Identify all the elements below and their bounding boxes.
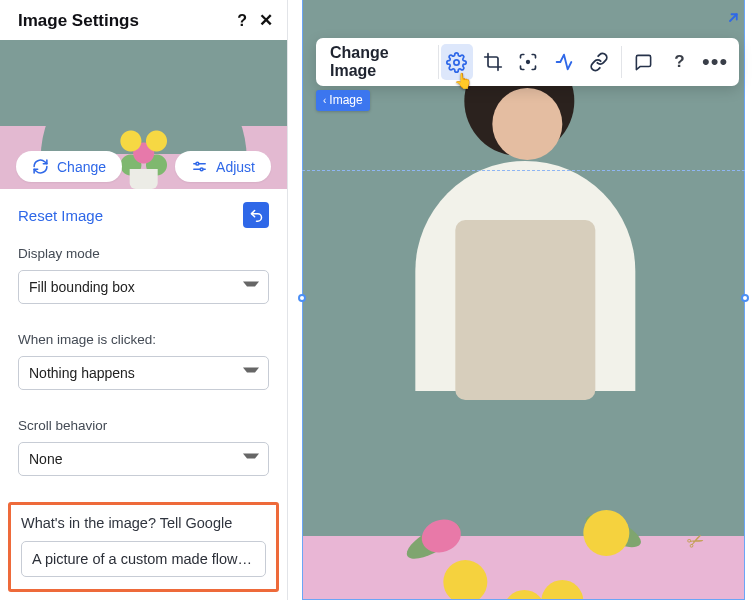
editor-canvas: ✂ Change Image ? ••• [288,0,755,600]
image-toolbar: Change Image ? ••• [316,38,739,86]
header-buttons: ? ✕ [237,10,273,31]
toolbar-help-icon[interactable]: ? [664,44,696,80]
more-icon[interactable]: ••• [699,44,731,80]
focal-point-icon[interactable] [512,44,544,80]
click-action-select[interactable]: Nothing happens [18,356,269,390]
chevron-left-icon: ‹ [323,95,326,106]
undo-icon [249,208,264,223]
alt-text-callout: What's in the image? Tell Google A pictu… [8,502,279,592]
flower-yellow [443,560,487,599]
svg-point-6 [527,61,530,64]
refresh-icon [32,158,49,175]
change-image-button[interactable]: Change Image [322,45,439,79]
panel-header: Image Settings ? ✕ [0,0,287,40]
image-arch [312,0,735,599]
scroll-behavior-label: Scroll behavior [18,418,269,433]
sliders-icon [191,158,208,175]
flower-yellow [503,590,545,599]
display-mode-label: Display mode [18,246,269,261]
flower-yellow [583,510,629,556]
svg-point-5 [454,59,459,64]
display-mode-section: Display mode Fill bounding box [0,238,287,324]
svg-line-4 [730,14,737,21]
guide-line [302,170,745,171]
alt-text-input[interactable]: A picture of a custom made flowe… [21,541,266,577]
alt-text-label: What's in the image? Tell Google [21,515,266,531]
comment-icon[interactable] [628,44,660,80]
preview-action-bar: Change Adjust [0,144,287,189]
dots-icon: ••• [700,49,730,75]
link-icon[interactable] [584,44,616,80]
display-mode-select-wrap: Fill bounding box [18,270,269,304]
undo-button[interactable] [243,202,269,228]
image-content: ✂ [303,0,744,599]
svg-point-3 [200,168,203,171]
change-button-label: Change [57,159,106,175]
click-action-section: When image is clicked: Nothing happens [0,324,287,410]
scroll-behavior-select[interactable]: None [18,442,269,476]
image-settings-panel: Image Settings ? ✕ Change Adjust [0,0,288,600]
help-icon[interactable]: ? [237,12,247,30]
svg-point-1 [196,162,199,165]
person-apron [456,220,596,400]
display-mode-select[interactable]: Fill bounding box [18,270,269,304]
cursor-pointer-icon: 👆 [454,72,473,90]
scroll-behavior-section: Scroll behavior None [0,410,287,496]
image-preview: Change Adjust [0,40,287,189]
click-action-label: When image is clicked: [18,332,269,347]
adjust-button-label: Adjust [216,159,255,175]
flower-yellow [541,580,583,599]
panel-title: Image Settings [18,11,139,31]
element-type-label: Image [329,93,362,107]
bouquet [393,490,653,599]
animation-icon[interactable] [548,44,580,80]
expand-icon[interactable] [719,10,741,32]
toolbar-separator [621,46,622,78]
close-icon[interactable]: ✕ [259,10,273,31]
scroll-behavior-select-wrap: None [18,442,269,476]
reset-image-link[interactable]: Reset Image [18,207,103,224]
selection-handle-left[interactable] [298,294,306,302]
person-face [493,88,563,160]
click-action-select-wrap: Nothing happens [18,356,269,390]
adjust-button[interactable]: Adjust [175,151,271,182]
selection-handle-right[interactable] [741,294,749,302]
element-type-tag[interactable]: ‹ Image [316,90,370,111]
change-button[interactable]: Change [16,151,122,182]
reset-row: Reset Image [0,189,287,238]
crop-icon[interactable] [477,44,509,80]
